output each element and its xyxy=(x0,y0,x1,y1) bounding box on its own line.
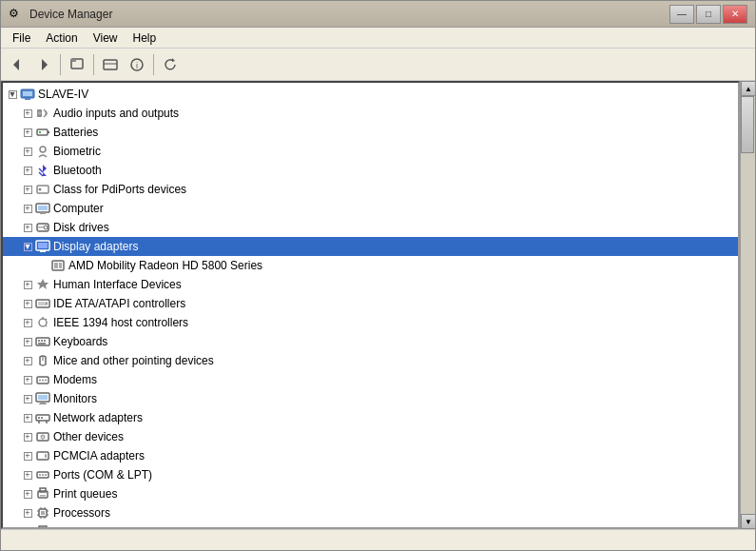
expander-processors[interactable]: + xyxy=(20,505,35,521)
expander-batteries[interactable]: + xyxy=(20,125,35,140)
tree-item-monitors[interactable]: + Monitors xyxy=(3,389,738,408)
maximize-button[interactable]: □ xyxy=(696,5,721,24)
toolbar-refresh[interactable] xyxy=(158,52,183,77)
content-area: ▼ SLAVE-IV + xyxy=(1,81,755,529)
label-displayadapters: Display adapters xyxy=(53,240,138,253)
label-modems: Modems xyxy=(53,373,97,386)
svg-rect-55 xyxy=(41,417,43,419)
expander-networkadapters[interactable]: + xyxy=(20,410,35,425)
tree-item-keyboards[interactable]: + Keyboards xyxy=(3,332,738,351)
tree-item-otherdevices[interactable]: + ? Other devices xyxy=(3,427,738,446)
tree-item-networkadapters[interactable]: + Network adapters xyxy=(3,408,738,427)
menu-file[interactable]: File xyxy=(5,30,38,47)
icon-audio xyxy=(35,106,50,121)
expander-ideata[interactable]: + xyxy=(20,296,35,311)
tree-item-batteries[interactable]: + Batteries xyxy=(3,123,738,142)
svg-rect-3 xyxy=(71,59,76,62)
icon-otherdevices: ? xyxy=(35,429,50,444)
tree-item-biometric[interactable]: + Biometric xyxy=(3,142,738,161)
svg-point-46 xyxy=(39,380,41,382)
tree-item-ieee1394[interactable]: + IEEE 1394 host controllers xyxy=(3,313,738,332)
toolbar-forward[interactable] xyxy=(31,52,56,77)
menu-action[interactable]: Action xyxy=(38,30,85,47)
expander-modems[interactable]: + xyxy=(20,372,35,387)
title-bar: ⚙ Device Manager — □ ✕ xyxy=(1,1,755,28)
svg-rect-79 xyxy=(41,511,45,515)
window-title: Device Manager xyxy=(29,8,112,21)
tree-item-classforpdi[interactable]: + Class for PdiPorts devices xyxy=(3,180,738,199)
tree-item-modems[interactable]: + Modems xyxy=(3,370,738,389)
expander-otherdevices[interactable]: + xyxy=(20,429,35,444)
svg-point-13 xyxy=(38,111,42,115)
svg-marker-0 xyxy=(13,59,19,70)
scroll-up-button[interactable]: ▲ xyxy=(741,81,755,96)
svg-rect-51 xyxy=(40,402,46,403)
scrollbar[interactable]: ▲ ▼ xyxy=(740,81,755,529)
tree-item-bluetooth[interactable]: + Bluetooth xyxy=(3,161,738,180)
tree-item-printqueues[interactable]: + Print queues xyxy=(3,484,738,503)
tree-item-pcmcia[interactable]: + PCMCIA adapters xyxy=(3,446,738,465)
expander-pcmcia[interactable]: + xyxy=(20,448,35,463)
tree-item-computer[interactable]: + Computer xyxy=(3,199,738,218)
scroll-down-button[interactable]: ▼ xyxy=(741,514,755,529)
tree-item-hid[interactable]: + Human Interface Devices xyxy=(3,275,738,294)
svg-rect-22 xyxy=(40,212,46,214)
icon-printqueues xyxy=(35,486,50,502)
toolbar-up[interactable] xyxy=(65,52,89,77)
scroll-track[interactable] xyxy=(741,96,755,514)
expander-biometric[interactable]: + xyxy=(20,144,35,159)
svg-rect-11 xyxy=(25,98,30,100)
tree-item-slave-iv[interactable]: ▼ SLAVE-IV xyxy=(3,85,738,104)
svg-rect-52 xyxy=(39,403,47,404)
icon-processors xyxy=(35,505,50,521)
toolbar-properties[interactable]: i xyxy=(125,52,149,77)
menu-help[interactable]: Help xyxy=(126,30,165,47)
svg-rect-14 xyxy=(37,129,48,135)
svg-marker-8 xyxy=(172,58,175,62)
svg-point-34 xyxy=(46,303,48,305)
svg-rect-43 xyxy=(38,343,46,344)
expander-computer[interactable]: + xyxy=(20,201,35,216)
expander-ports[interactable]: + xyxy=(20,467,35,482)
tree-item-ideata[interactable]: + IDE ATA/ATAPI controllers xyxy=(3,294,738,313)
status-bar xyxy=(1,529,755,550)
tree-item-displayadapters[interactable]: ▼ Display adapters xyxy=(3,237,738,256)
svg-rect-42 xyxy=(44,340,46,342)
icon-batteries xyxy=(35,125,50,140)
expander-hid[interactable]: + xyxy=(20,277,35,292)
toolbar-show-hide[interactable] xyxy=(98,52,123,77)
svg-rect-30 xyxy=(54,263,58,268)
tree-item-amd[interactable]: AMD Mobility Radeon HD 5800 Series xyxy=(3,256,738,275)
minimize-button[interactable]: — xyxy=(669,5,694,24)
expander-mice[interactable]: + xyxy=(20,353,35,368)
toolbar-back[interactable] xyxy=(5,52,29,77)
label-hid: Human Interface Devices xyxy=(53,278,182,291)
expander-audio[interactable]: + xyxy=(20,106,35,121)
close-button[interactable]: ✕ xyxy=(723,5,747,24)
scroll-thumb[interactable] xyxy=(741,96,754,153)
expander-slave-iv[interactable]: ▼ xyxy=(5,87,20,102)
expander-printqueues[interactable]: + xyxy=(20,486,35,502)
svg-rect-40 xyxy=(38,340,40,342)
tree-item-ports[interactable]: + Ports (COM & LPT) xyxy=(3,465,738,484)
expander-diskdrives[interactable]: + xyxy=(20,220,35,235)
expander-bluetooth[interactable]: + xyxy=(20,163,35,178)
tree-item-audio[interactable]: + Audio inputs and outputs xyxy=(3,104,738,123)
svg-point-19 xyxy=(39,188,42,191)
expander-ieee1394[interactable]: + xyxy=(20,315,35,330)
menu-view[interactable]: View xyxy=(86,30,126,47)
icon-mice xyxy=(35,353,50,368)
tree-item-sdhost[interactable]: + SD host adapters xyxy=(3,522,738,529)
expander-keyboards[interactable]: + xyxy=(20,334,35,349)
device-tree[interactable]: ▼ SLAVE-IV + xyxy=(1,81,740,529)
label-networkadapters: Network adapters xyxy=(53,411,143,424)
menu-bar: File Action View Help xyxy=(1,28,755,49)
expander-classforpdi[interactable]: + xyxy=(20,182,35,197)
expander-displayadapters[interactable]: ▼ xyxy=(20,239,35,254)
tree-item-mice[interactable]: + Mice and other pointing devices xyxy=(3,351,738,370)
svg-rect-27 xyxy=(38,243,48,248)
label-biometric: Biometric xyxy=(53,145,101,158)
expander-monitors[interactable]: + xyxy=(20,391,35,406)
tree-item-processors[interactable]: + Processors xyxy=(3,503,738,522)
tree-item-diskdrives[interactable]: + Disk drives xyxy=(3,218,738,237)
